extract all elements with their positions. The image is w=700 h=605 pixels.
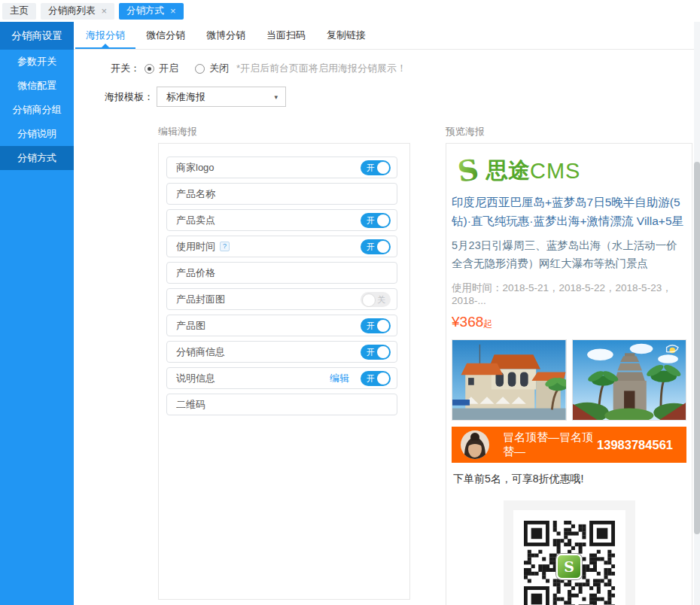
poster-preview-panel: S 思途 CMS 印度尼西亚巴厘岛+蓝梦岛7日5晚半自助游(5钻)·直飞纯玩惠·… [446,143,692,605]
window-tab-distribution-mode[interactable]: 分销方式 × [119,3,184,20]
editor-row-qrcode: 二维码 [166,394,397,415]
brand-name: 思途 [486,156,530,186]
switch-row: 开关： 开启 关闭 *开启后前台页面将启用海报分销展示！ [74,61,406,76]
svg-text:S: S [455,156,480,186]
distributor-contact-bar: 冒名顶替—冒名顶替— 13983784561 [452,427,686,463]
sidebar-item-wechat-config[interactable]: 微信配置 [0,74,74,98]
toggle-product-image[interactable]: 开 [361,318,391,333]
sidebar-item-param-switch[interactable]: 参数开关 [0,50,74,74]
chevron-down-icon: ▾ [274,93,278,101]
editor-row-merchant-logo: 商家logo 开 [166,157,397,178]
close-icon[interactable]: × [102,6,108,16]
switch-note: *开启后前台页面将启用海报分销展示！ [236,62,406,75]
editor-row-product-price: 产品价格 [166,262,397,284]
sidebar-header: 分销商设置 [0,22,74,50]
close-icon[interactable]: × [170,6,176,16]
page-scrollbar [694,22,700,605]
template-row: 海报模板： 标准海报 ▾ [74,87,286,107]
window-tab-bar: 主页 分销商列表 × 分销方式 × [0,0,700,22]
editor-row-description-info: 说明信息 编辑 开 [166,367,397,389]
toggle-use-time[interactable]: 开 [361,239,391,254]
promo-note: 下单前5名，可享8折优惠哦! [452,473,686,486]
qr-center-logo: S [556,554,582,579]
window-tab-distributor-list[interactable]: 分销商列表 × [41,3,114,20]
brand-s-icon: S [453,156,483,186]
product-price: ¥368起 [452,314,686,330]
editor-row-selling-point: 产品卖点 开 [166,209,397,231]
window-tab-label: 分销商列表 [48,5,96,17]
main-content: 海报分销 微信分销 微博分销 当面扫码 复制链接 开关： 开启 关闭 *开启后前… [74,22,700,605]
edit-link[interactable]: 编辑 [330,372,349,385]
select-value: 标准海报 [166,90,205,104]
editor-row-product-image: 产品图 开 [166,315,397,336]
brand-suffix: CMS [530,159,580,184]
qr-section: S [504,500,635,605]
sidebar-item-distribution-mode[interactable]: 分销方式 [0,146,74,170]
sidebar: 分销商设置 参数开关 微信配置 分销商分组 分销说明 分销方式 [0,22,74,605]
template-label: 海报模板： [74,90,154,104]
radio-off-icon[interactable] [195,64,205,74]
tab-poster-distribution[interactable]: 海报分销 [75,22,135,49]
editor-row-use-time: 使用时间 ? 开 [166,236,397,257]
product-selling-point: 5月23日引爆周三、蓝梦岛出海（水上活动一价全含无隐形消费）网红大瀑布等热门景点 [452,236,686,272]
toggle-cover-image[interactable]: 关 [361,292,391,307]
channel-tab-bar: 海报分销 微信分销 微博分销 当面扫码 复制链接 [74,22,700,50]
tab-weibo-distribution[interactable]: 微博分销 [196,22,256,49]
toggle-merchant-logo[interactable]: 开 [361,160,391,175]
tab-face-to-face-scan[interactable]: 当面扫码 [256,22,316,49]
editor-row-product-name: 产品名称 [166,183,397,205]
qr-code: S [524,521,615,605]
sidebar-item-distribution-notes[interactable]: 分销说明 [0,122,74,146]
editor-panel-title: 编辑海报 [158,125,197,138]
radio-off-label: 关闭 [209,62,229,75]
tab-wechat-distribution[interactable]: 微信分销 [135,22,196,49]
window-tab-label: 分销方式 [126,5,164,17]
toggle-selling-point[interactable]: 开 [361,213,391,228]
preview-panel-title: 预览海报 [446,125,485,138]
window-tab-label: 主页 [10,5,29,17]
poster-editor-panel: 商家logo 开 产品名称 产品卖点 开 使用时间 ? 开 产品价格 产品封面图… [158,143,410,600]
tab-copy-link[interactable]: 复制链接 [316,22,376,49]
product-title: 印度尼西亚巴厘岛+蓝梦岛7日5晚半自助游(5钻)·直飞纯玩惠·蓝梦出海+激情漂流… [452,193,686,230]
avatar [461,430,489,459]
distributor-phone: 13983784561 [597,438,673,452]
radio-on-icon[interactable] [145,64,154,74]
poster-photo-left [452,339,567,421]
distributor-name: 冒名顶替—冒名顶替— [503,430,597,459]
sidebar-item-distributor-group[interactable]: 分销商分组 [0,98,74,122]
editor-row-distributor-info: 分销商信息 开 [166,341,397,363]
product-photos [452,339,686,421]
radio-on[interactable]: 开启 [145,62,178,75]
switch-label: 开关： [74,62,140,75]
toggle-distributor-info[interactable]: 开 [361,345,391,360]
window-tab-home[interactable]: 主页 [2,3,36,20]
scrollbar-thumb[interactable] [694,162,700,534]
radio-off[interactable]: 关闭 [195,62,229,75]
editor-row-cover-image: 产品封面图 关 [166,288,397,310]
brand-logo: S 思途 CMS [453,154,686,187]
qr-card: S [513,510,625,605]
toggle-description-info[interactable]: 开 [361,371,391,386]
poster-template-select[interactable]: 标准海报 ▾ [157,87,286,107]
radio-on-label: 开启 [159,62,178,75]
poster-photo-right [572,339,687,421]
help-icon[interactable]: ? [220,242,230,251]
product-use-time: 使用时间：2018-5-21，2018-5-22，2018-5-23，2018-… [452,281,686,306]
